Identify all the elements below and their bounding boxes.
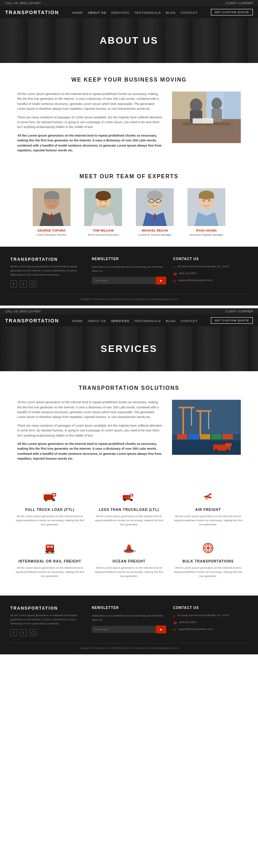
- about-para1: All the Lorem Ipsum generators on the In…: [17, 92, 163, 111]
- nav-about-p2[interactable]: ABOUT US: [88, 319, 106, 323]
- svg-point-37: [203, 200, 205, 202]
- svg-point-4: [190, 98, 202, 112]
- service-air: AIR FREIGHT All the Lorem Ipsum generato…: [169, 482, 248, 534]
- nav-links-p2: HOME ABOUT US SERVICES TESTIMONIALS BLOG…: [72, 318, 198, 323]
- svg-rect-45: [196, 410, 212, 412]
- nav-blog[interactable]: BLOG: [166, 11, 176, 14]
- social-instagram-p2[interactable]: ◯: [30, 629, 36, 636]
- newsletter-submit-button-p2[interactable]: ►: [156, 625, 166, 633]
- footer-col-newsletter: NEWSLETTER Subscribe to our newsletter a…: [92, 257, 166, 287]
- svg-point-21: [99, 200, 101, 203]
- ltl-icon: [121, 489, 137, 504]
- footer-email-text: support@transportation.com: [178, 279, 213, 282]
- team-photo-svg-3: [136, 188, 174, 226]
- services-icons-grid: FULL TRUCK LOAD (FTL) All the Lorem Ipsu…: [10, 482, 248, 585]
- newsletter-input-p2[interactable]: [92, 626, 156, 633]
- svg-point-38: [208, 200, 211, 202]
- team-role-1: Chief Executive Director: [29, 233, 74, 236]
- service-ltl: LESS THAN TRUCKLOAD (LTL) All the Lorem …: [89, 482, 169, 534]
- service-ftl: FULL TRUCK LOAD (FTL) All the Lorem Ipsu…: [10, 482, 89, 534]
- footer-logo-p2: TRANSPORTATION: [10, 606, 85, 611]
- svg-rect-48: [189, 434, 199, 439]
- truck-icon: [43, 490, 57, 503]
- footer-page1: TRANSPORTATION All the Lorem Ipsum gener…: [0, 247, 258, 306]
- phone-icon: ☎: [173, 272, 177, 276]
- social-twitter-p2[interactable]: t: [20, 629, 27, 636]
- footer-contact-title: CONTACT US: [173, 257, 248, 261]
- svg-rect-46: [208, 412, 209, 429]
- hero-services-title: SERVICES: [100, 343, 157, 354]
- footer-col-brand-p2: TRANSPORTATION All the Lorem Ipsum gener…: [10, 606, 85, 636]
- bulk-icon-svg: [201, 541, 215, 555]
- services-text-block: All the Lorem Ipsum generators on the In…: [17, 400, 163, 464]
- services-icons-section: FULL TRUCK LOAD (FTL) All the Lorem Ipsu…: [0, 479, 258, 596]
- ftl-icon: [42, 489, 57, 504]
- svg-rect-58: [225, 443, 232, 447]
- svg-point-94: [207, 547, 209, 549]
- nav-testimonials[interactable]: TESTIMONIALS: [134, 11, 161, 14]
- svg-rect-63: [53, 494, 55, 496]
- newsletter-form-p2: ►: [92, 625, 166, 633]
- footer-newsletter-text-p2: Subscribe to our newsletter and we will …: [92, 614, 166, 622]
- about-image: [172, 92, 241, 143]
- rail-icon: [42, 540, 57, 556]
- ltl-truck-icon: [122, 490, 136, 503]
- nav-contact[interactable]: CONTACT: [181, 11, 198, 14]
- get-custom-quote-button[interactable]: GET CUSTOM QUOTE: [211, 9, 253, 15]
- services-image-svg: [172, 400, 241, 455]
- nav-contact-p2[interactable]: CONTACT: [181, 319, 198, 323]
- footer-desc-p2: All the Lorem Ipsum generators on Intern…: [10, 613, 85, 626]
- get-custom-quote-button-p2[interactable]: GET CUSTOM QUOTE: [211, 317, 253, 324]
- team-photo-svg-1: [33, 188, 71, 226]
- team-card-4: RYAN ADAMS Accounts Payable Manager: [184, 188, 229, 236]
- team-section-title: MEET OUR TEAM OF EXPERTS: [17, 173, 241, 180]
- navbar-page2: TRANSPORTATION HOME ABOUT US SERVICES TE…: [0, 314, 258, 326]
- services-section-title: TRANSPORTATION SOLUTIONS: [17, 385, 241, 391]
- services-image: [172, 400, 241, 455]
- social-instagram[interactable]: ◯: [30, 280, 36, 287]
- footer-copyright-p2: Copyright © Sitedasares.com. All Rights …: [10, 643, 248, 649]
- svg-rect-20: [96, 196, 111, 199]
- about-section-title: WE KEEP YOUR BUSINESS MOVING: [17, 77, 241, 83]
- svg-point-15: [48, 200, 50, 203]
- team-photo-3: [136, 188, 174, 226]
- social-facebook-p2[interactable]: f: [10, 629, 17, 636]
- about-content: All the Lorem Ipsum generators on the In…: [17, 92, 241, 156]
- nav-home[interactable]: HOME: [72, 11, 83, 14]
- phone-icon-p2: ☎: [173, 621, 177, 625]
- plane-icon: [201, 490, 215, 503]
- nav-testimonials-p2[interactable]: TESTIMONIALS: [134, 319, 161, 323]
- svg-rect-72: [126, 496, 130, 499]
- newsletter-submit-button[interactable]: ►: [156, 277, 166, 285]
- about-text-block: All the Lorem Ipsum generators on the In…: [17, 92, 163, 156]
- ship-icon: [122, 541, 136, 555]
- footer-newsletter-title-p2: NEWSLETTER: [92, 606, 166, 610]
- hero-about: ABOUT US: [0, 18, 258, 63]
- service-ftl-desc: All the Lorem Ipsum generators on the In…: [15, 514, 84, 527]
- nav-home-p2[interactable]: HOME: [72, 319, 83, 323]
- service-bulk-name: BULK TRANSPORTATIONS: [174, 559, 243, 563]
- footer-email: ✉ support@transportation.com: [173, 279, 248, 283]
- page-divider: [0, 306, 258, 308]
- nav-about[interactable]: ABOUT US: [88, 11, 106, 14]
- nav-services-p2[interactable]: SERVICES: [111, 319, 129, 323]
- services-section: TRANSPORTATION SOLUTIONS All the Lorem I…: [0, 371, 258, 478]
- svg-rect-50: [211, 434, 222, 439]
- footer-grid-p2: TRANSPORTATION All the Lorem Ipsum gener…: [10, 606, 248, 636]
- team-photo-svg-2: [84, 188, 122, 226]
- service-ocean-name: OCEAN FREIGHT: [95, 559, 163, 563]
- nav-services[interactable]: SERVICES: [111, 11, 129, 14]
- team-role-4: Accounts Payable Manager: [184, 233, 229, 236]
- nav-blog-p2[interactable]: BLOG: [166, 319, 176, 323]
- social-twitter[interactable]: t: [20, 280, 27, 287]
- footer-copyright: Copyright © Sitedasares.com. All Rights …: [10, 294, 248, 300]
- social-facebook[interactable]: f: [10, 280, 17, 287]
- client-carrier-label-p2: CLIENT / CARRIER: [225, 310, 253, 313]
- footer-address-p2: ● 48 South Service Road Melville, NY 117…: [173, 614, 248, 618]
- service-ltl-name: LESS THAN TRUCKLOAD (LTL): [95, 508, 163, 512]
- footer-email-text-p2: support@transportation.com: [178, 628, 213, 631]
- team-card-3: MICHAEL REGAN Customer Service Manager: [132, 188, 177, 236]
- footer-desc: All the Lorem Ipsum generators on Intern…: [10, 265, 85, 277]
- newsletter-input[interactable]: [92, 277, 156, 284]
- svg-point-59: [214, 449, 218, 452]
